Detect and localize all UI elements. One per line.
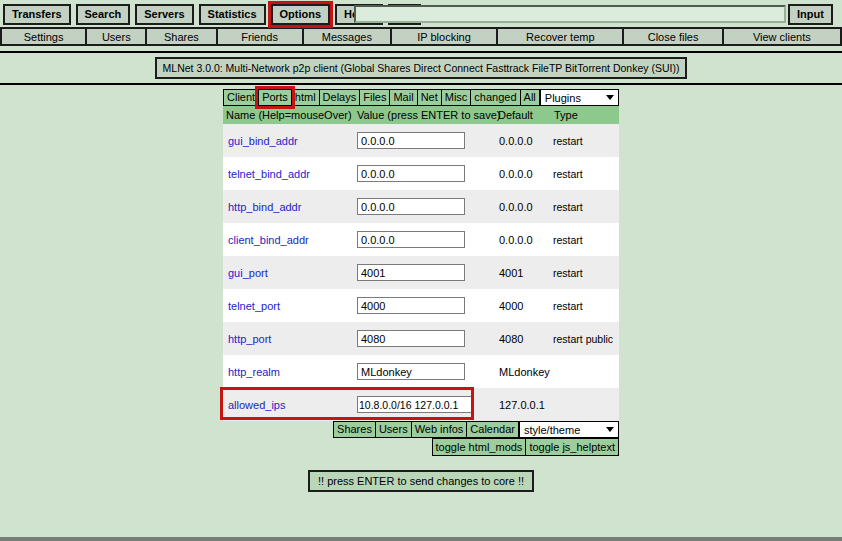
option-value-cell bbox=[354, 363, 495, 380]
table-row: gui_port 4001 restart bbox=[223, 256, 619, 289]
options-tab[interactable]: Ports bbox=[258, 89, 292, 106]
footer-tab-button[interactable]: Shares bbox=[333, 421, 376, 438]
options-panel: Client Ports html Delays Files Mail Net … bbox=[223, 89, 619, 456]
option-value-cell bbox=[354, 231, 495, 248]
option-value-input[interactable] bbox=[357, 297, 465, 314]
option-name-link[interactable]: telnet_bind_addr bbox=[223, 168, 354, 180]
footer-tab-button[interactable]: Users bbox=[375, 421, 412, 438]
options-tab[interactable]: Delays bbox=[319, 89, 361, 106]
table-row: client_bind_addr 0.0.0.0 restart bbox=[223, 223, 619, 256]
option-default-value: 4001 bbox=[495, 267, 551, 279]
column-header-name: Name (Help=mouseOver) bbox=[223, 109, 354, 121]
toolbar-button[interactable]: View clients bbox=[722, 27, 842, 46]
option-value-input[interactable] bbox=[357, 264, 465, 281]
option-name-link[interactable]: http_bind_addr bbox=[223, 201, 354, 213]
option-default-value: MLdonkey bbox=[495, 366, 551, 378]
option-name-link[interactable]: http_port bbox=[223, 333, 354, 345]
options-tab[interactable]: Misc bbox=[441, 89, 472, 106]
option-default-value: 4080 bbox=[495, 333, 551, 345]
footer-tab-strip: Shares Users Web infos Calendar bbox=[333, 421, 519, 438]
option-value-input[interactable] bbox=[357, 132, 465, 149]
options-tab-strip: Client Ports html Delays Files Mail Net … bbox=[223, 89, 540, 106]
top-menu-button[interactable]: Statistics bbox=[199, 4, 266, 25]
option-type: restart bbox=[551, 135, 619, 147]
option-name-link[interactable]: client_bind_addr bbox=[223, 234, 354, 246]
option-value-cell bbox=[354, 132, 495, 149]
option-value-cell bbox=[354, 297, 495, 314]
top-menu-button[interactable]: Servers bbox=[135, 4, 193, 25]
option-type: restart bbox=[551, 234, 619, 246]
option-default-value: 127.0.0.1 bbox=[495, 399, 551, 411]
divider bbox=[0, 83, 842, 85]
notice-area: !! press ENTER to send changes to core !… bbox=[0, 470, 842, 492]
column-header-value: Value (press ENTER to save) bbox=[354, 109, 495, 121]
panel-toggle-row: toggle html_mods toggle js_helptext bbox=[223, 438, 619, 456]
toggle-button[interactable]: toggle js_helptext bbox=[525, 438, 619, 456]
chevron-down-icon bbox=[606, 427, 614, 432]
toolbar-button[interactable]: Recover temp bbox=[496, 27, 624, 46]
command-input[interactable] bbox=[354, 5, 786, 23]
options-tab[interactable]: html bbox=[291, 89, 320, 106]
options-tab[interactable]: Net bbox=[417, 89, 442, 106]
table-row: telnet_port 4000 restart bbox=[223, 289, 619, 322]
option-value-input[interactable] bbox=[357, 363, 465, 380]
option-value-cell bbox=[354, 396, 495, 413]
toolbar-button[interactable]: IP blocking bbox=[390, 27, 498, 46]
option-value-input[interactable] bbox=[357, 198, 465, 215]
toolbar-button[interactable]: Users bbox=[85, 27, 147, 46]
top-menu-button[interactable]: Search bbox=[76, 4, 131, 25]
footer-tab-button[interactable]: Calendar bbox=[466, 421, 519, 438]
table-row: allowed_ips 127.0.0.1 bbox=[223, 388, 619, 421]
options-tab[interactable]: Files bbox=[359, 89, 390, 106]
option-name-link[interactable]: gui_port bbox=[223, 267, 354, 279]
window-bottom-edge bbox=[0, 537, 842, 541]
toolbar: Settings Users Shares Friends Messages I… bbox=[0, 27, 842, 46]
option-default-value: 0.0.0.0 bbox=[495, 201, 551, 213]
option-value-input[interactable] bbox=[357, 165, 465, 182]
option-value-input[interactable] bbox=[357, 231, 465, 248]
option-type: restart bbox=[551, 201, 619, 213]
table-row: http_bind_addr 0.0.0.0 restart bbox=[223, 190, 619, 223]
option-type: restart bbox=[551, 267, 619, 279]
options-tab[interactable]: All bbox=[520, 89, 540, 106]
option-value-input[interactable] bbox=[357, 330, 465, 347]
option-value-cell bbox=[354, 165, 495, 182]
top-menu-button[interactable]: Options bbox=[271, 4, 331, 25]
input-button[interactable]: Input bbox=[788, 4, 833, 25]
page-title: MLNet 3.0.0: Multi-Network p2p client (G… bbox=[155, 57, 688, 79]
options-tab[interactable]: Mail bbox=[389, 89, 417, 106]
press-enter-notice: !! press ENTER to send changes to core !… bbox=[308, 470, 534, 492]
option-name-link[interactable]: telnet_port bbox=[223, 300, 354, 312]
footer-tab-button[interactable]: Web infos bbox=[411, 421, 468, 438]
option-value-input[interactable] bbox=[357, 396, 474, 413]
toolbar-button[interactable]: Close files bbox=[622, 27, 723, 46]
chevron-down-icon bbox=[606, 95, 614, 100]
option-default-value: 0.0.0.0 bbox=[495, 168, 551, 180]
plugins-select[interactable]: Plugins bbox=[540, 89, 619, 106]
option-name-link[interactable]: http_realm bbox=[223, 366, 354, 378]
option-value-cell bbox=[354, 198, 495, 215]
column-header-default: Default bbox=[495, 109, 551, 121]
options-table: gui_bind_addr 0.0.0.0 restart telnet_bin… bbox=[223, 124, 619, 421]
option-type: restart bbox=[551, 300, 619, 312]
top-menu-button[interactable]: Transfers bbox=[3, 4, 71, 25]
options-tab[interactable]: Client bbox=[223, 89, 259, 106]
option-name-link[interactable]: allowed_ips bbox=[223, 399, 354, 411]
option-value-cell bbox=[354, 264, 495, 281]
table-row: http_realm MLdonkey bbox=[223, 355, 619, 388]
option-default-value: 0.0.0.0 bbox=[495, 135, 551, 147]
option-value-cell bbox=[354, 330, 495, 347]
style-theme-select[interactable]: style/theme bbox=[519, 421, 619, 438]
panel-footer-tabs: Shares Users Web infos Calendar style/th… bbox=[223, 421, 619, 438]
table-row: http_port 4080 restart public bbox=[223, 322, 619, 355]
toolbar-button[interactable]: Messages bbox=[302, 27, 392, 46]
toolbar-button[interactable]: Shares bbox=[145, 27, 217, 46]
toolbar-button[interactable]: Friends bbox=[216, 27, 304, 46]
options-tabs: Client Ports html Delays Files Mail Net … bbox=[223, 89, 619, 106]
toolbar-button[interactable]: Settings bbox=[0, 27, 87, 46]
toggle-button[interactable]: toggle html_mods bbox=[432, 438, 527, 456]
options-tab[interactable]: changed bbox=[470, 89, 520, 106]
table-header-row: Name (Help=mouseOver) Value (press ENTER… bbox=[223, 106, 619, 124]
option-name-link[interactable]: gui_bind_addr bbox=[223, 135, 354, 147]
option-default-value: 0.0.0.0 bbox=[495, 234, 551, 246]
